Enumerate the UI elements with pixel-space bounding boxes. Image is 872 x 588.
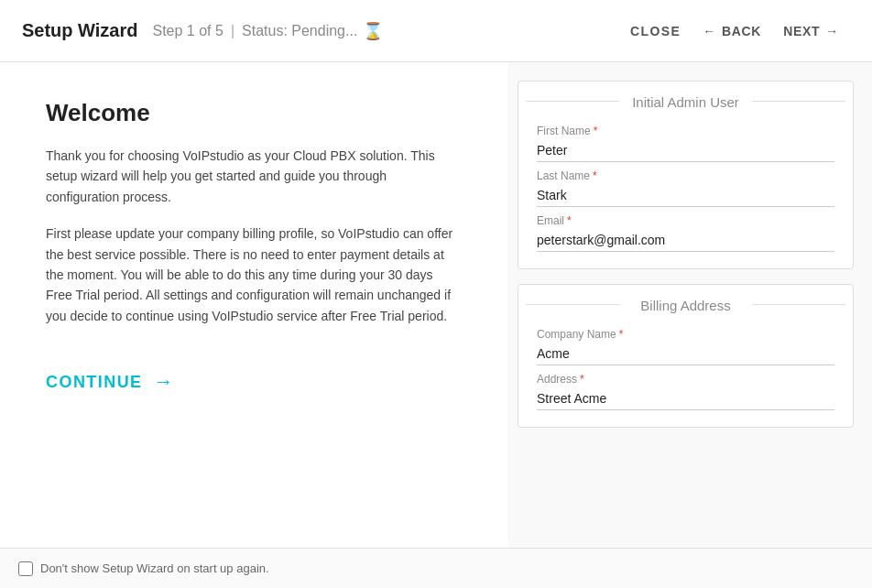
address-required: * <box>580 373 584 386</box>
left-panel: Welcome Thank you for choosing VoIPstudi… <box>0 62 508 548</box>
email-input[interactable] <box>537 229 834 252</box>
next-arrow-icon: → <box>825 24 839 38</box>
last-name-label: Last Name * <box>537 169 834 182</box>
welcome-paragraph-2: First please update your company billing… <box>46 223 463 326</box>
back-arrow-icon: ← <box>703 24 716 38</box>
dont-show-checkbox-wrap: Don't show Setup Wizard on start up agai… <box>18 561 269 576</box>
address-input[interactable] <box>537 387 834 410</box>
hourglass-icon: ⌛ <box>363 21 383 41</box>
email-field: Email * <box>518 209 853 254</box>
last-name-required: * <box>593 169 597 182</box>
header: Setup Wizard Step 1 of 5 | Status: Pendi… <box>0 0 872 62</box>
step-label: Step 1 of 5 <box>153 23 223 39</box>
next-button[interactable]: NEXT → <box>772 16 850 46</box>
footer: Don't show Setup Wizard on start up agai… <box>0 548 872 588</box>
email-label: Email * <box>537 214 834 227</box>
app-title: Setup Wizard <box>22 20 138 41</box>
first-name-required: * <box>594 125 598 137</box>
close-button[interactable]: CLOSE <box>619 16 692 46</box>
company-name-required: * <box>619 328 624 341</box>
initial-admin-card: Initial Admin User First Name * Last Nam… <box>518 81 854 269</box>
first-name-input[interactable] <box>537 139 834 162</box>
status-label: Status: Pending... ⌛ <box>242 21 383 41</box>
company-name-field: Company Name * <box>518 322 853 367</box>
address-label: Address * <box>537 373 834 386</box>
main-content: Welcome Thank you for choosing VoIPstudi… <box>0 62 872 548</box>
company-name-label: Company Name * <box>537 328 834 341</box>
welcome-title: Welcome <box>46 99 463 127</box>
billing-address-title: Billing Address <box>518 285 853 322</box>
header-divider: | <box>231 23 234 39</box>
first-name-label: First Name * <box>537 125 834 137</box>
welcome-paragraph-1: Thank you for choosing VoIPstudio as you… <box>46 146 463 207</box>
billing-address-card: Billing Address Company Name * Address * <box>518 284 854 428</box>
first-name-field: First Name * <box>518 119 853 164</box>
dont-show-checkbox[interactable] <box>18 561 33 576</box>
right-panel: Initial Admin User First Name * Last Nam… <box>508 62 872 548</box>
last-name-field: Last Name * <box>518 164 853 209</box>
continue-arrow-icon: → <box>154 370 175 394</box>
dont-show-label: Don't show Setup Wizard on start up agai… <box>40 561 269 575</box>
back-button[interactable]: ← BACK <box>692 16 772 46</box>
company-name-input[interactable] <box>537 343 834 365</box>
initial-admin-title: Initial Admin User <box>518 82 853 119</box>
email-required: * <box>567 214 572 227</box>
header-nav: CLOSE ← BACK NEXT → <box>619 16 850 46</box>
continue-button[interactable]: CONTINUE → <box>46 370 463 394</box>
last-name-input[interactable] <box>537 184 834 207</box>
address-field: Address * <box>518 367 853 412</box>
